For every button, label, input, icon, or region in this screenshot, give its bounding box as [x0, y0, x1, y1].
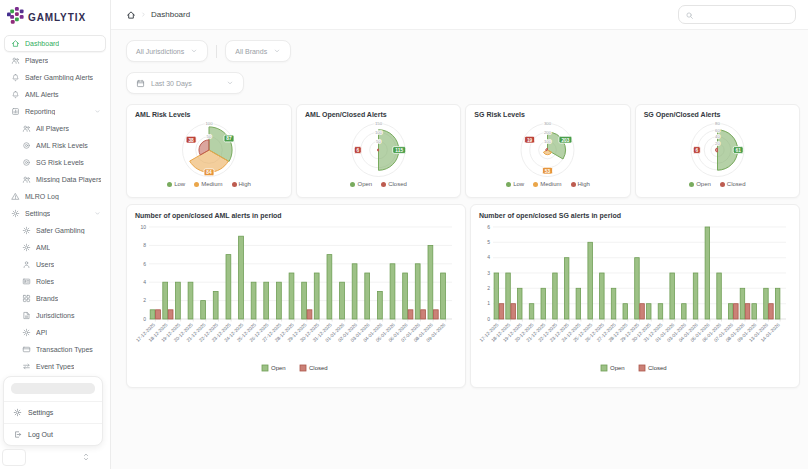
jurisdictions-dropdown-label: All Jurisdictions — [136, 48, 184, 55]
sidebar-item-label: AML Risk Levels — [36, 142, 88, 149]
legend-item[interactable]: Open — [689, 181, 711, 187]
scroll-indicator-icon[interactable] — [81, 452, 91, 462]
brand-logo[interactable]: GAMLYTIX — [0, 0, 110, 34]
sidebar-item-safer-gambling-alerts[interactable]: Safer Gambling Alerts — [4, 69, 106, 86]
legend-item[interactable]: Low — [167, 181, 185, 187]
brand-logo-icon — [7, 7, 24, 28]
sidebar-item-label: Brands — [36, 295, 58, 302]
svg-text:6: 6 — [356, 148, 359, 153]
sidebar-item-mlro-log[interactable]: MLRO Log — [4, 188, 106, 205]
sidebar-item-label: Safer Gambling — [36, 227, 85, 234]
svg-text:1: 1 — [487, 300, 490, 306]
arrows-icon — [22, 362, 31, 371]
bell-icon — [11, 73, 20, 82]
svg-text:4: 4 — [487, 254, 490, 260]
sidebar-item-users[interactable]: Users — [4, 256, 106, 273]
sidebar-item-aml-risk-levels[interactable]: AML Risk Levels — [4, 137, 106, 154]
gear-icon — [22, 226, 31, 235]
bar-charts-row: Number of open/closed AML alerts in peri… — [126, 204, 800, 388]
target-icon — [22, 141, 31, 150]
legend-item[interactable]: Medium — [533, 181, 561, 187]
gear-icon — [22, 328, 31, 337]
breadcrumb[interactable]: Dashboard — [151, 10, 190, 19]
sidebar-item-label: Transaction Types — [36, 346, 93, 353]
doc-icon — [22, 311, 31, 320]
svg-text:Closed: Closed — [309, 365, 328, 371]
chart-legend: OpenClosed — [644, 181, 791, 187]
chart-legend: LowMediumHigh — [474, 181, 621, 187]
svg-text:6: 6 — [695, 148, 698, 153]
sidebar-item-safer-gambling[interactable]: Safer Gambling — [4, 222, 106, 239]
logout-button[interactable]: Log Out — [4, 423, 102, 445]
legend-item[interactable]: Low — [506, 181, 524, 187]
chart-legend: LowMediumHigh — [135, 181, 283, 187]
brands-dropdown[interactable]: All Brands — [225, 40, 291, 62]
aml-open-closed-polar-chart: 501001501156 — [305, 118, 452, 180]
search-input[interactable] — [698, 10, 789, 19]
legend-item[interactable]: High — [571, 181, 590, 187]
sidebar-item-label: AML — [36, 244, 50, 251]
date-range-dropdown[interactable]: Last 30 Days — [126, 72, 244, 94]
settings-button[interactable]: Settings — [4, 401, 102, 423]
sidebar-item-aml[interactable]: AML — [4, 239, 106, 256]
bell-icon — [11, 90, 20, 99]
aml-alerts-bar-card: Number of open/closed AML alerts in peri… — [126, 204, 466, 388]
chevron-down-icon — [94, 210, 101, 217]
svg-text:6: 6 — [143, 261, 146, 267]
home-icon[interactable] — [126, 10, 136, 20]
sidebar-item-api[interactable]: API — [4, 324, 106, 341]
sidebar-item-label: Roles — [36, 278, 54, 285]
svg-text:4: 4 — [143, 279, 146, 285]
sidebar-item-label: Missing Data Players — [36, 176, 101, 183]
sidebar-item-jurisdictions[interactable]: Jurisdictions — [4, 307, 106, 324]
user-skeleton — [11, 383, 95, 394]
sidebar-item-reporting[interactable]: Reporting — [4, 103, 106, 120]
svg-text:100: 100 — [205, 121, 213, 126]
legend-item[interactable]: Closed — [381, 181, 407, 187]
sidebar-item-transaction-types[interactable]: Transaction Types — [4, 341, 106, 358]
chevron-down-icon — [94, 108, 101, 115]
svg-text:6: 6 — [487, 224, 490, 230]
sidebar-item-dashboard[interactable]: Dashboard — [4, 35, 106, 52]
sidebar-item-label: Safer Gambling Alerts — [25, 74, 93, 81]
sidebar-item-sg-risk-levels[interactable]: SG Risk Levels — [4, 154, 106, 171]
sidebar-item-players[interactable]: Players — [4, 52, 106, 69]
legend-item[interactable]: Medium — [194, 181, 222, 187]
svg-text:100: 100 — [544, 139, 552, 144]
svg-text:100: 100 — [375, 130, 383, 135]
chevron-down-icon — [190, 47, 198, 55]
chart-title: AML Open/Closed Alerts — [305, 111, 452, 118]
sidebar-item-label: Dashboard — [25, 40, 59, 47]
legend-item[interactable]: High — [232, 181, 251, 187]
aml-alerts-bar-chart: 024681017-12-202518-12-202519-12-202520-… — [135, 219, 457, 377]
svg-text:80: 80 — [715, 121, 720, 126]
corner-chip — [2, 449, 26, 466]
jurisdictions-dropdown[interactable]: All Jurisdictions — [126, 40, 208, 62]
sg-open-closed-card: SG Open/Closed Alerts 20406080616 OpenCl… — [635, 104, 800, 198]
sg-risk-levels-card: SG Risk Levels 1002003002035319 LowMediu… — [465, 104, 630, 198]
search-box[interactable] — [678, 5, 796, 24]
chart-title: Number of open/closed AML alerts in peri… — [135, 212, 457, 219]
svg-text:150: 150 — [375, 121, 383, 126]
gear-icon — [11, 209, 20, 218]
sidebar-item-settings[interactable]: Settings — [4, 205, 106, 222]
sidebar-item-missing-data-players[interactable]: Missing Data Players — [4, 171, 106, 188]
person-icon — [22, 260, 31, 269]
sidebar-item-aml-alerts[interactable]: AML Alerts — [4, 86, 106, 103]
svg-text:38: 38 — [188, 138, 194, 143]
svg-text:20: 20 — [715, 141, 720, 146]
gear-icon — [13, 408, 22, 417]
app-root: GAMLYTIX DashboardPlayersSafer Gambling … — [0, 0, 808, 469]
sidebar-item-label: Jurisdictions — [36, 312, 75, 319]
sidebar-item-event-types[interactable]: Event Types — [4, 358, 106, 375]
legend-item[interactable]: Closed — [720, 181, 746, 187]
settings-button-label: Settings — [28, 409, 53, 416]
sidebar-item-roles[interactable]: Roles — [4, 273, 106, 290]
legend-item[interactable]: Open — [350, 181, 372, 187]
sidebar-item-all-players[interactable]: All Players — [4, 120, 106, 137]
svg-text:Open: Open — [610, 365, 625, 371]
sidebar-item-label: MLRO Log — [25, 193, 59, 200]
grid-icon — [22, 294, 31, 303]
svg-text:19: 19 — [527, 138, 533, 143]
sidebar-item-brands[interactable]: Brands — [4, 290, 106, 307]
